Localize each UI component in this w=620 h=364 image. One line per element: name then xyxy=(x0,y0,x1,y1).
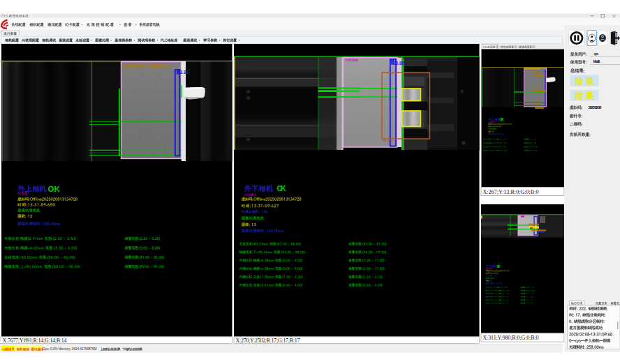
svg-text:Model1: Model1 xyxy=(593,59,600,63)
svg-text:cys: cys xyxy=(594,52,599,56)
svg-text:X:267;Y:13;R:0;G:0;B:0: X:267;Y:13;R:0;G:0;B:0 xyxy=(483,189,539,195)
svg-text:OK: OK xyxy=(277,184,286,192)
svg-text:3.88: 3.88 xyxy=(180,70,189,75)
svg-text:X:270;Y:2502;R:17;G:17;B:17: X:270;Y:2502;R:17;G:17;B:17 xyxy=(236,338,300,344)
svg-text:X:7677;Y:891;R:14;G:14;B:14: X:7677;Y:891;R:14;G:14;B:14 xyxy=(3,338,67,344)
svg-text:23.80: 23.80 xyxy=(393,61,404,66)
svg-text:OK: OK xyxy=(497,265,501,268)
svg-text:OK: OK xyxy=(48,185,61,193)
svg-text:OK: OK xyxy=(500,117,504,121)
svg-text:20250208: 20250208 xyxy=(589,105,603,109)
svg-text:X:311;Y:980;R:0;G:0;B:0: X:311;Y:980;R:0;G:0;B:0 xyxy=(483,335,539,341)
svg-text:Cpu: 0.0% Memory: 3424.4179687: Cpu: 0.0% Memory: 3424.41796875M xyxy=(43,347,97,351)
